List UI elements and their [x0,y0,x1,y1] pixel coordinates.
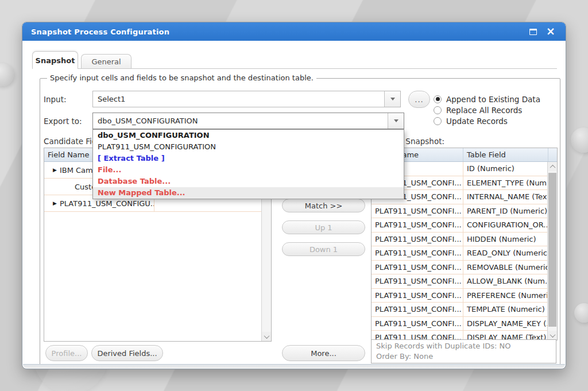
dialog-title: Snapshot Process Configuration [31,28,169,36]
restore-icon[interactable] [529,29,537,35]
groupbox-legend: Specify input cells and fields to be sna… [47,73,316,82]
browse-button[interactable]: ... [408,91,430,108]
candidate-row-label: PLAT911_USM_CONFIGU... [60,199,154,208]
table-name-cell: PLAT911_USM_CONFI... [372,261,463,274]
snapshot-table-scrollbar[interactable] [547,162,557,340]
window-controls: × [529,22,555,41]
tab-strip-divider [32,68,557,69]
tab-snapshot[interactable]: Snapshot [32,51,78,69]
snapshot-process-configuration-dialog: Snapshot Process Configuration × Snapsho… [22,22,566,369]
table-name-cell: PLAT911_USM_CONFI... [372,204,463,218]
snapshot-row[interactable]: PLAT911_USM_CONFI... HIDDEN (Numeric) [372,233,557,247]
snapshot-row[interactable]: PLAT911_USM_CONFI... READ_ONLY (Numeric) [372,246,557,261]
menu-item-database-table[interactable]: Database Table... [93,176,404,187]
scrollbar-thumb[interactable] [548,173,556,327]
table-field-cell: ELEMENT_TYPE (Num... [463,176,548,190]
input-label: Input: [44,95,67,104]
export-to-label: Export to: [44,117,82,126]
table-name-cell: PLAT911_USM_CONFI... [372,317,463,331]
tab-snapshot-label: Snapshot [36,56,75,65]
table-field-cell: HIDDEN (Numeric) [463,233,548,246]
snapshot-row[interactable]: PLAT911_USM_CONFI... TEMPLATE (Numeric) [372,303,557,317]
export-combobox-value: dbo_USM_CONFIGURATION [93,117,388,125]
radio-replace-label: Replace All Records [446,106,522,115]
snapshot-row[interactable]: PLAT911_USM_CONFI... REMOVABLE (Numeric) [372,261,557,275]
menu-item-dbo-usm-configuration[interactable]: dbo_USM_CONFIGURATION [93,130,404,141]
input-combobox[interactable]: Select1 [92,91,401,107]
table-name-cell: PLAT911_USM_CONFI... [372,218,463,232]
table-name-cell: PLAT911_USM_CONFI... [372,233,463,246]
table-field-cell: ID (Numeric) [463,162,548,176]
table-name-cell: PLAT911_USM_CONFI... [372,303,463,316]
table-field-cell: READ_ONLY (Numeric) [463,246,548,260]
chevron-down-icon [390,98,395,100]
expander-triangle-icon[interactable]: ▶ [53,167,57,173]
order-by-text: Order By: None [376,351,551,362]
radio-unselected-icon [434,117,442,125]
export-dropdown-button[interactable] [388,113,404,129]
radio-append-to-existing-data[interactable]: Append to Existing Data [434,94,540,104]
table-field-cell: DISPLAY_NAME_KEY (... [463,317,548,331]
input-dropdown-button[interactable] [384,91,400,107]
scroll-up-button[interactable] [548,162,557,171]
radio-update-label: Update Records [446,117,508,126]
snapshot-options-summary: Skip Records with Duplicate IDs: NO Orde… [371,339,556,363]
table-name-cell: PLAT911_USM_CONFI... [372,289,463,303]
export-to-combobox[interactable]: dbo_USM_CONFIGURATION [92,113,404,129]
derived-fields-button[interactable]: Derived Fields... [91,345,163,361]
menu-item-new-mapped-table[interactable]: New Mapped Table... [93,187,404,199]
menu-item-plat911-usm-configuration[interactable]: PLAT911_USM_CONFIGURATION [93,141,404,153]
radio-update-records[interactable]: Update Records [434,116,508,126]
snapshot-row[interactable]: PLAT911_USM_CONFI... PARENT_ID (Numeric) [372,204,557,219]
chevron-up-icon [550,164,555,170]
tab-general-label: General [91,57,121,66]
more-button[interactable]: More... [282,345,365,361]
table-name-cell: PLAT911_USM_CONFI... [372,274,463,288]
tab-general[interactable]: General [81,54,131,69]
scroll-down-button[interactable] [548,331,557,340]
table-field-cell: TEMPLATE (Numeric) [463,303,548,316]
radio-replace-all-records[interactable]: Replace All Records [434,105,522,115]
menu-item-file[interactable]: File... [93,164,404,176]
input-combobox-value: Select1 [93,95,384,103]
expander-triangle-icon[interactable]: ▶ [53,200,57,206]
table-field-cell: ALLOW_BLANK (Num... [463,274,548,288]
snapshot-row[interactable]: PLAT911_USM_CONFI... DISPLAY_NAME_KEY (.… [372,317,557,331]
skip-duplicates-text: Skip Records with Duplicate IDs: NO [376,341,551,351]
match-button[interactable]: Match >> [282,199,365,212]
snapshot-row[interactable]: PLAT911_USM_CONFI... ALLOW_BLANK (Num... [372,274,557,289]
export-dropdown-menu: dbo_USM_CONFIGURATION PLAT911_USM_CONFIG… [92,129,404,199]
table-field-cell: PREFERENCE (Numeric) [463,289,548,303]
table-name-cell: PLAT911_USM_CONFI... [372,246,463,260]
down-1-button[interactable]: Down 1 [282,242,365,256]
table-field-cell: PARENT_ID (Numeric) [463,204,548,218]
chevron-down-icon [550,332,555,338]
chevron-down-icon [264,333,269,339]
scroll-down-button[interactable] [262,332,271,341]
column-header-scroll-spacer [548,148,557,161]
title-bar[interactable]: Snapshot Process Configuration × [22,22,566,41]
chevron-down-icon [394,119,399,122]
snapshot-row[interactable]: PLAT911_USM_CONFI... PREFERENCE (Numeric… [372,289,557,303]
menu-item-extract-table[interactable]: [ Extract Table ] [93,153,404,164]
profile-button[interactable]: Profile... [45,345,88,361]
dialog-bottom-edge [23,364,565,368]
table-field-cell: CONFIGURATION_OR... [463,218,548,232]
radio-selected-icon [434,95,442,103]
radio-append-label: Append to Existing Data [446,95,540,104]
snapshot-row[interactable]: PLAT911_USM_CONFI... CONFIGURATION_OR... [372,218,557,233]
radio-unselected-icon [434,106,442,114]
column-header-table-field[interactable]: Table Field [463,148,548,161]
up-1-button[interactable]: Up 1 [282,220,365,234]
table-field-cell: REMOVABLE (Numeric) [463,261,548,274]
close-icon[interactable]: × [546,26,555,37]
table-field-cell: INTERNAL_NAME (Text) [463,190,548,204]
